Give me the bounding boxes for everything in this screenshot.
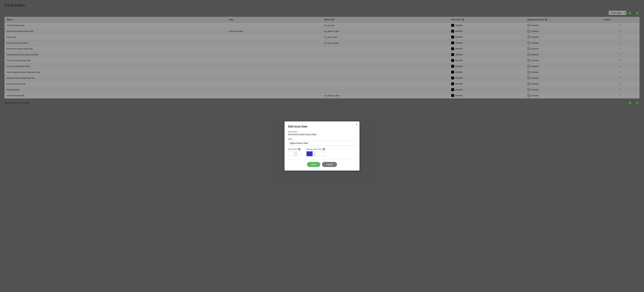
font-color-picker[interactable]: ▼ <box>288 151 300 156</box>
bg-color-swatch <box>306 151 312 156</box>
modal-font-color-help-icon[interactable]: ? <box>298 148 300 150</box>
alias-input[interactable] <box>288 141 356 146</box>
cancel-button[interactable]: Cancel <box>322 162 337 167</box>
color-row: Font Color ? ▼ Background Color ? ▼ <box>288 148 356 156</box>
modal-bg-color-help-icon[interactable]: ? <box>323 148 325 150</box>
modal-close-button[interactable]: × <box>356 123 358 126</box>
save-button[interactable]: Save <box>307 162 320 167</box>
bg-color-group: Background Color ? ▼ <box>306 148 325 156</box>
alias-label: Alias <box>288 138 356 140</box>
font-color-arrow[interactable]: ▼ <box>294 151 298 156</box>
modal-divider <box>288 159 356 160</box>
font-color-label: Font Color ? <box>288 148 300 150</box>
modal-overlay: × Edit Issue Date Issue Date Dal Artwork… <box>0 0 644 292</box>
bg-color-picker[interactable]: ▼ <box>306 151 325 156</box>
edit-issue-date-modal: × Edit Issue Date Issue Date Dal Artwork… <box>284 121 360 171</box>
modal-title: Edit Issue Date <box>288 125 356 128</box>
issue-date-label: Issue Date <box>288 131 356 133</box>
issue-date-value: Dal Artwork (Hard Close) Date <box>288 133 356 136</box>
font-color-swatch <box>288 151 294 156</box>
bg-color-label: Background Color ? <box>306 148 325 150</box>
bg-color-arrow[interactable]: ▼ <box>312 151 316 156</box>
font-color-group: Font Color ? ▼ <box>288 148 300 156</box>
modal-button-row: Save Cancel <box>288 162 356 167</box>
